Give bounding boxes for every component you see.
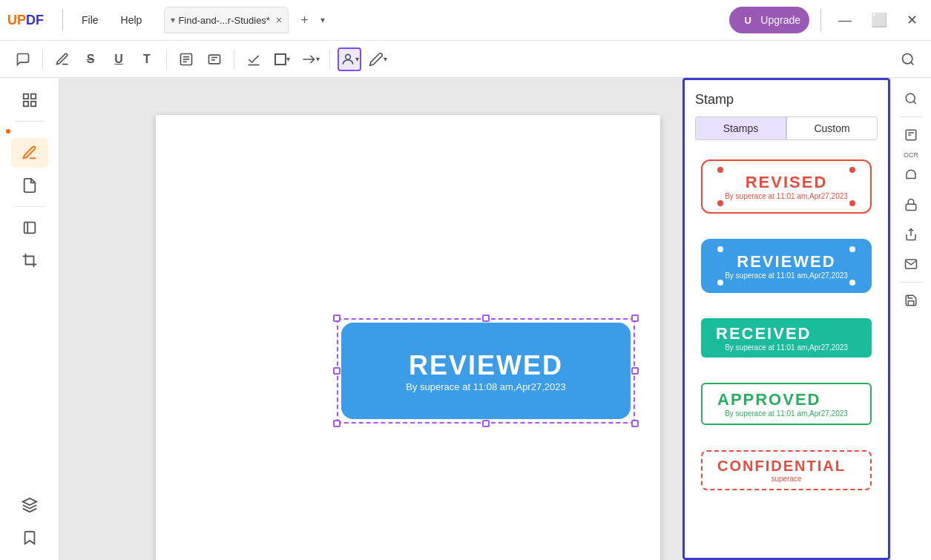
titlebar-divider: [62, 9, 63, 31]
stamp-selection-border: [337, 318, 635, 424]
resize-handle-bm[interactable]: [482, 420, 490, 427]
toolbar: S U T ▾ ▾ ▾: [0, 41, 931, 78]
svg-rect-12: [23, 102, 27, 106]
reviewed-text: REVIEWED: [717, 252, 855, 271]
stamp-panel: Stamp Stamps Custom REVISED By superace …: [682, 78, 890, 560]
approved-stamp: APPROVED By superace at 11:01 am,Apr27,2…: [701, 383, 872, 425]
eraser-tool-button[interactable]: [242, 47, 266, 71]
tab-custom[interactable]: Custom: [786, 116, 878, 140]
svg-rect-22: [906, 204, 916, 210]
stamp-dot-right: [849, 167, 855, 173]
svg-point-17: [906, 93, 915, 102]
placed-stamp[interactable]: REVIEWED By superace at 11:08 am,Apr27,2…: [341, 323, 631, 419]
confidential-subtext: superace: [717, 475, 855, 483]
titlebar-divider-2: [820, 9, 821, 31]
add-tab-button[interactable]: +: [300, 13, 309, 28]
stamp-dot-br: [849, 280, 855, 286]
ocr-label: OCR: [904, 151, 918, 159]
received-subtext: By superace at 11:01 am,Apr27,2023: [716, 343, 857, 352]
received-stamp: RECEIVED By superace at 11:01 am,Apr27,2…: [701, 318, 872, 358]
resize-handle-tm[interactable]: [482, 314, 490, 322]
maximize-button[interactable]: ⬜: [865, 9, 893, 31]
stamp-dot-left: [717, 167, 723, 173]
main-content: REVIEWED By superace at 11:08 am,Apr27,2…: [0, 78, 931, 560]
right-search-button[interactable]: [897, 85, 925, 112]
svg-rect-14: [24, 223, 35, 234]
save-button[interactable]: [897, 287, 925, 314]
share-button[interactable]: [897, 221, 925, 248]
pen-tool-button[interactable]: ▾: [366, 47, 389, 71]
upgrade-button[interactable]: U Upgrade: [729, 7, 809, 33]
help-menu[interactable]: Help: [114, 10, 150, 30]
canvas-area[interactable]: REVIEWED By superace at 11:08 am,Apr27,2…: [59, 78, 682, 560]
strikethrough-tool-button[interactable]: S: [79, 47, 102, 71]
highlight-tool-button[interactable]: [50, 47, 74, 71]
resize-handle-tl[interactable]: [333, 314, 341, 322]
email-button[interactable]: [897, 251, 925, 277]
stamp-approved-item[interactable]: APPROVED By superace at 11:01 am,Apr27,2…: [695, 375, 878, 432]
sidebar-pages-button[interactable]: [11, 213, 48, 243]
stamp-dot-right: [849, 246, 855, 252]
protect-button[interactable]: [897, 191, 925, 218]
app-logo: UPDF: [7, 13, 44, 28]
user-avatar: U: [738, 10, 757, 30]
stamp-tool-button[interactable]: ▾: [338, 47, 361, 71]
shape-tool-button[interactable]: ▾: [270, 47, 294, 71]
reviewed-stamp: REVIEWED By superace at 11:01 am,Apr27,2…: [701, 239, 872, 293]
stamp-dot-bl: [717, 200, 723, 206]
tab-close-button[interactable]: ×: [276, 14, 282, 26]
tab-list-chevron[interactable]: ▾: [320, 15, 325, 25]
tab-dropdown-icon[interactable]: ▾: [171, 15, 175, 25]
pdf-page: REVIEWED By superace at 11:08 am,Apr27,2…: [156, 115, 660, 560]
approved-text: APPROVED: [717, 390, 855, 409]
toolbar-divider-4: [329, 49, 330, 70]
stamp-received-item[interactable]: RECEIVED By superace at 11:01 am,Apr27,2…: [695, 311, 878, 365]
resize-handle-br[interactable]: [631, 420, 639, 427]
comment-tool-button[interactable]: [11, 47, 35, 71]
stamp-confidential-item[interactable]: CONFIDENTIAL superace: [695, 443, 878, 498]
right-sidebar: OCR: [890, 78, 931, 560]
convert-button[interactable]: [897, 162, 925, 188]
titlebar: UPDF File Help ▾ Find-and-...r-Studies* …: [0, 0, 931, 41]
close-window-button[interactable]: ✕: [901, 9, 924, 31]
confidential-text: CONFIDENTIAL: [717, 458, 855, 475]
sidebar-notes-button[interactable]: [11, 171, 48, 200]
sidebar-thumbnail-button[interactable]: [11, 85, 48, 115]
resize-handle-ml[interactable]: [333, 367, 341, 375]
ocr-button[interactable]: [897, 122, 925, 148]
resize-handle-mr[interactable]: [631, 367, 639, 375]
stamp-revised-item[interactable]: REVISED By superace at 11:01 am,Apr27,20…: [695, 152, 878, 221]
sidebar-crop-button[interactable]: [11, 246, 48, 275]
confidential-stamp: CONFIDENTIAL superace: [701, 450, 872, 490]
underline-tool-button[interactable]: U: [107, 47, 131, 71]
sidebar-bookmark-button[interactable]: [11, 523, 48, 553]
search-button[interactable]: [896, 47, 920, 71]
toolbar-divider-2: [166, 49, 167, 70]
stamp-dot-br: [849, 200, 855, 206]
stamp-dot-bl: [717, 280, 723, 286]
bracket-text-button[interactable]: [203, 47, 226, 71]
panel-title: Stamp: [695, 92, 878, 108]
sidebar-annotation-button[interactable]: [11, 138, 48, 168]
textbox-tool-button[interactable]: [174, 47, 198, 71]
rs-divider-2: [900, 282, 922, 283]
text-tool-button[interactable]: T: [135, 47, 159, 71]
approved-subtext: By superace at 11:01 am,Apr27,2023: [717, 409, 855, 418]
minimize-button[interactable]: —: [832, 10, 858, 31]
tab-stamps[interactable]: Stamps: [695, 116, 786, 140]
revised-stamp: REVISED By superace at 11:01 am,Apr27,20…: [701, 159, 872, 214]
sidebar-layers-button[interactable]: [11, 490, 48, 520]
document-tab[interactable]: ▾ Find-and-...r-Studies* ×: [164, 7, 289, 33]
svg-line-18: [913, 101, 915, 103]
revised-subtext: By superace at 11:01 am,Apr27,2023: [717, 192, 855, 200]
toolbar-divider-3: [234, 49, 234, 70]
tab-title: Find-and-...r-Studies*: [178, 15, 270, 26]
sidebar-active-indicator: [6, 129, 10, 134]
resize-handle-bl[interactable]: [333, 420, 341, 427]
arrow-tool-button[interactable]: ▾: [298, 47, 322, 71]
svg-rect-10: [23, 94, 27, 99]
resize-handle-tr[interactable]: [631, 314, 639, 322]
reviewed-subtext: By superace at 11:01 am,Apr27,2023: [717, 271, 855, 280]
file-menu[interactable]: File: [74, 10, 106, 30]
stamp-reviewed-item[interactable]: REVIEWED By superace at 11:01 am,Apr27,2…: [695, 231, 878, 300]
